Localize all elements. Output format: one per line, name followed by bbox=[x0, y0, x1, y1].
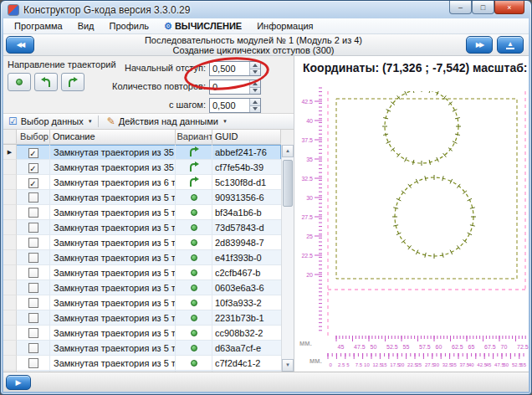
row-check-cell[interactable] bbox=[17, 220, 50, 235]
row-guid: c7f2d4c1-2 bbox=[212, 356, 281, 371]
scrollbar-thumb[interactable] bbox=[283, 160, 293, 207]
select-data-button[interactable]: Выбор данных bbox=[21, 116, 84, 126]
spin-up-icon[interactable] bbox=[250, 99, 260, 105]
maximize-icon: □ bbox=[481, 3, 485, 12]
eject-button[interactable]: ▲ bbox=[497, 36, 524, 54]
row-checkbox[interactable] bbox=[28, 208, 38, 218]
row-description: Замкнутая траектория из 35 точек. bbox=[50, 160, 176, 175]
row-check-cell[interactable] bbox=[17, 326, 50, 341]
table-row[interactable]: Замкнутая траектория из 5 точек.cc908b32… bbox=[3, 326, 281, 341]
close-button[interactable]: × bbox=[494, 1, 524, 14]
table-row[interactable]: Замкнутая траектория из 5 точек.c7f2d4c1… bbox=[3, 356, 281, 371]
svg-text:40: 40 bbox=[468, 362, 474, 367]
row-checkbox[interactable]: ✓ bbox=[28, 178, 38, 188]
row-checkbox[interactable]: ✓ bbox=[28, 163, 38, 173]
toolbar-separator bbox=[98, 115, 99, 127]
row-check-cell[interactable]: ✓ bbox=[17, 145, 50, 160]
spin-down-icon[interactable] bbox=[250, 87, 260, 95]
row-checkbox[interactable] bbox=[28, 358, 38, 368]
menu-item-4[interactable]: Информация bbox=[249, 19, 320, 33]
row-guid: 2231b73b-1 bbox=[212, 310, 281, 326]
row-description: Замкнутая траектория из 35 точек. bbox=[50, 145, 176, 160]
table-header: Выбор Описание Вариант GUID bbox=[3, 130, 281, 145]
initial-offset-input[interactable] bbox=[210, 62, 249, 75]
table-body: ▶✓Замкнутая траектория из 35 точек.abbef… bbox=[3, 145, 281, 372]
toolpath-canvas[interactable] bbox=[325, 91, 527, 336]
row-check-cell[interactable]: ✓ bbox=[17, 160, 50, 175]
row-check-cell[interactable] bbox=[17, 190, 50, 205]
spin-down-icon[interactable] bbox=[250, 105, 260, 113]
row-checkbox[interactable] bbox=[28, 192, 38, 203]
row-checkbox[interactable] bbox=[28, 238, 38, 248]
table-row[interactable]: Замкнутая траектория из 5 точек.c2cfb467… bbox=[3, 265, 281, 280]
row-checkbox[interactable] bbox=[28, 343, 38, 353]
table-row[interactable]: Замкнутая траектория из 5 точек.e41f393b… bbox=[3, 250, 281, 265]
table-row[interactable]: ▶✓Замкнутая траектория из 35 точек.abbef… bbox=[3, 145, 281, 160]
header-description[interactable]: Описание bbox=[50, 130, 176, 144]
table-row[interactable]: Замкнутая траектория из 5 точек.10f3a933… bbox=[3, 295, 281, 310]
table-row[interactable]: Замкнутая траектория из 5 точек.bf34a1b6… bbox=[3, 205, 281, 220]
row-check-cell[interactable] bbox=[17, 341, 50, 356]
row-variant bbox=[176, 280, 212, 295]
spin-up-icon[interactable] bbox=[250, 62, 260, 69]
chevron-down-icon[interactable]: ▼ bbox=[223, 119, 228, 124]
run-button[interactable]: ▶ bbox=[6, 375, 31, 390]
maximize-button[interactable]: □ bbox=[472, 1, 494, 14]
table-row[interactable]: Замкнутая траектория из 5 точек.0603e6a3… bbox=[3, 280, 281, 295]
table-row[interactable]: Замкнутая траектория из 5 точек.73d57843… bbox=[3, 220, 281, 235]
table-row[interactable]: Замкнутая траектория из 5 точек.90931356… bbox=[3, 190, 281, 205]
menu-item-0[interactable]: Программа bbox=[7, 19, 70, 33]
table-row[interactable]: Замкнутая траектория из 5 точек.d63aa7cf… bbox=[3, 341, 281, 356]
spin-down-icon[interactable] bbox=[250, 69, 260, 76]
row-check-cell[interactable] bbox=[17, 280, 50, 295]
table-scrollbar[interactable]: ▲ ▼ bbox=[281, 145, 294, 372]
scroll-down-icon[interactable]: ▼ bbox=[282, 359, 294, 372]
row-description: Замкнутая траектория из 6 точек. bbox=[50, 175, 176, 190]
row-variant bbox=[176, 310, 212, 326]
spin-up-icon[interactable] bbox=[250, 80, 260, 87]
row-check-cell[interactable] bbox=[17, 356, 50, 371]
menu-item-2[interactable]: Профиль bbox=[102, 19, 157, 33]
header-variant[interactable]: Вариант bbox=[176, 130, 212, 144]
row-check-cell[interactable]: ✓ bbox=[17, 175, 50, 190]
row-checkbox[interactable] bbox=[28, 283, 38, 293]
minimize-button[interactable]: – bbox=[449, 1, 472, 14]
row-checkbox[interactable]: ✓ bbox=[28, 148, 38, 158]
table-row[interactable]: ✓Замкнутая траектория из 35 точек.cf7fe5… bbox=[3, 160, 281, 175]
row-checkbox[interactable] bbox=[28, 253, 38, 263]
menu-item-1[interactable]: Вид bbox=[70, 19, 102, 33]
row-check-cell[interactable] bbox=[17, 295, 50, 310]
row-variant bbox=[176, 220, 212, 235]
row-checkbox[interactable] bbox=[28, 223, 38, 233]
menu-item-3[interactable]: ⚙ВЫЧИСЛЕНИЕ bbox=[156, 19, 249, 33]
scroll-up-icon[interactable]: ▲ bbox=[282, 145, 294, 157]
chevron-down-icon[interactable]: ▼ bbox=[88, 119, 93, 124]
row-check-cell[interactable] bbox=[17, 205, 50, 220]
header-select[interactable]: Выбор bbox=[17, 130, 50, 144]
repeat-count-input[interactable] bbox=[210, 80, 249, 94]
row-checkbox[interactable] bbox=[28, 298, 38, 308]
row-guid: e41f393b-0 bbox=[212, 250, 281, 265]
direction-ccw-button[interactable] bbox=[34, 73, 58, 91]
table-row[interactable]: ✓Замкнутая траектория из 6 точек.5c130f8… bbox=[3, 175, 281, 190]
row-checkbox[interactable] bbox=[28, 328, 38, 338]
row-check-cell[interactable] bbox=[17, 235, 50, 250]
row-variant bbox=[176, 175, 212, 190]
header-guid[interactable]: GUID bbox=[212, 130, 281, 144]
direction-point-button[interactable] bbox=[8, 73, 31, 91]
direction-cw-button[interactable] bbox=[61, 73, 84, 91]
table-row[interactable]: Замкнутая траектория из 5 точек.2d839948… bbox=[3, 235, 281, 250]
step-input[interactable] bbox=[210, 99, 249, 112]
next-module-button[interactable]: ▶▶ bbox=[466, 36, 493, 54]
row-selector bbox=[3, 160, 17, 175]
prev-module-button[interactable]: ◀◀ bbox=[6, 36, 34, 54]
row-check-cell[interactable] bbox=[17, 310, 50, 326]
row-checkbox[interactable] bbox=[28, 313, 38, 323]
row-check-cell[interactable] bbox=[17, 250, 50, 265]
table-row[interactable]: Замкнутая траектория из 5 точек.2231b73b… bbox=[3, 310, 281, 326]
point-variant-icon bbox=[191, 285, 197, 291]
row-checkbox[interactable] bbox=[28, 268, 38, 278]
row-selector: ▶ bbox=[3, 145, 17, 160]
data-actions-button[interactable]: Действия над данными bbox=[119, 116, 218, 126]
row-check-cell[interactable] bbox=[17, 265, 50, 280]
